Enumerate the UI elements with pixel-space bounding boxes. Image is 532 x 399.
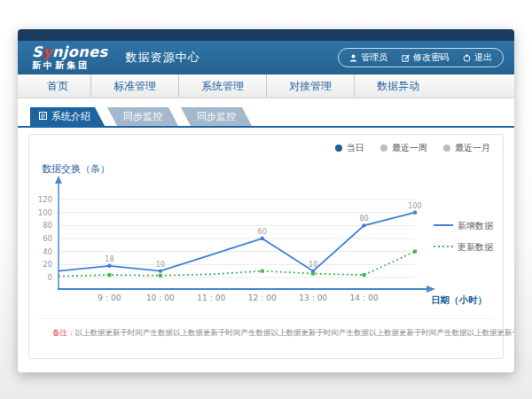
logo-letters-rest: njones — [52, 43, 108, 60]
svg-text:40: 40 — [43, 247, 52, 256]
user-button[interactable]: 管理员 — [349, 51, 387, 64]
svg-text:新增数据: 新增数据 — [458, 221, 494, 231]
svg-text:数据交换（条）: 数据交换（条） — [42, 163, 110, 175]
data-exchange-line-chart: 数据交换（条）0204060801001209：0010：0011：0012：0… — [29, 151, 505, 315]
app-header: Synjones 新中新集团 数据资源中心 管理员 修改密码 — [18, 41, 514, 74]
svg-text:更新数据: 更新数据 — [458, 242, 494, 252]
svg-text:10：00: 10：00 — [146, 293, 175, 302]
page-background: Synjones 新中新集团 数据资源中心 管理员 修改密码 — [0, 0, 532, 399]
logout-button[interactable]: 退出 — [463, 51, 492, 64]
svg-text:日期（小时）: 日期（小时） — [431, 294, 487, 306]
svg-text:80: 80 — [43, 221, 52, 230]
nav-item-data-change[interactable]: 数据异动 — [354, 74, 442, 98]
header-actions: 管理员 修改密码 退出 — [338, 48, 504, 67]
tab-label: 同步监控 — [123, 107, 162, 126]
window-top-strip — [18, 29, 514, 41]
user-button-label: 管理员 — [361, 51, 387, 64]
svg-text:11：00: 11：00 — [197, 293, 225, 302]
power-icon — [463, 54, 471, 62]
change-password-button-label: 修改密码 — [413, 51, 449, 64]
tab-bar: 系统介绍 同步监控 同步监控 — [18, 107, 514, 128]
footnote-text: 以上数据更新于时间产生数据以上数据更新于时间产生数据以上数据更新于时间产生数据以… — [75, 328, 515, 337]
app-window: Synjones 新中新集团 数据资源中心 管理员 修改密码 — [18, 29, 514, 372]
svg-text:12：00: 12：00 — [248, 293, 277, 302]
svg-text:10: 10 — [309, 261, 317, 269]
nav-item-interface-mgmt[interactable]: 对接管理 — [266, 74, 354, 98]
footnote: 备注：以上数据更新于时间产生数据以上数据更新于时间产生数据以上数据更新于时间产生… — [52, 328, 514, 339]
svg-text:120: 120 — [38, 195, 52, 204]
svg-text:100: 100 — [408, 202, 421, 210]
change-password-button[interactable]: 修改密码 — [402, 51, 449, 64]
nav-item-home[interactable]: 首页 — [25, 74, 90, 98]
tab-label: 系统介绍 — [51, 107, 90, 126]
chart-panel: 当日 最近一周 最近一月 数据交换（条）0204060801001209：001… — [28, 134, 504, 359]
logout-button-label: 退出 — [474, 51, 492, 64]
tab-sync-monitor-2[interactable]: 同步监控 — [181, 107, 252, 126]
svg-text:18: 18 — [105, 255, 113, 263]
panel-divider — [38, 318, 494, 319]
tab-sync-monitor-1[interactable]: 同步监控 — [107, 107, 178, 126]
page-title: 数据资源中心 — [126, 50, 200, 66]
tab-system-intro[interactable]: 系统介绍 — [30, 107, 105, 126]
nav-item-standard-mgmt[interactable]: 标准管理 — [90, 74, 178, 98]
user-icon — [349, 54, 357, 62]
tab-label: 同步监控 — [197, 107, 236, 126]
footnote-label: 备注： — [52, 328, 75, 337]
svg-text:60: 60 — [43, 234, 52, 243]
document-icon — [39, 107, 47, 126]
logo-letter-s: S — [32, 43, 43, 60]
svg-text:20: 20 — [43, 260, 52, 269]
svg-text:0: 0 — [48, 273, 52, 282]
brand-logo: Synjones 新中新集团 — [32, 45, 108, 70]
svg-text:100: 100 — [38, 208, 52, 217]
edit-icon — [402, 54, 410, 62]
nav-item-system-mgmt[interactable]: 系统管理 — [178, 74, 266, 98]
brand-company-name: 新中新集团 — [32, 61, 108, 70]
logo-letter-y: y — [43, 43, 52, 60]
svg-text:13：00: 13：00 — [299, 293, 327, 302]
svg-text:10: 10 — [156, 261, 165, 269]
svg-text:60: 60 — [258, 228, 267, 236]
brand-logo-text: Synjones — [32, 45, 108, 59]
main-nav: 首页 标准管理 系统管理 对接管理 数据异动 — [18, 74, 514, 98]
chart-area: 数据交换（条）0204060801001209：0010：0011：0012：0… — [29, 151, 505, 318]
svg-text:80: 80 — [359, 215, 368, 223]
svg-text:9：00: 9：00 — [98, 293, 121, 302]
svg-text:14：00: 14：00 — [350, 293, 379, 302]
